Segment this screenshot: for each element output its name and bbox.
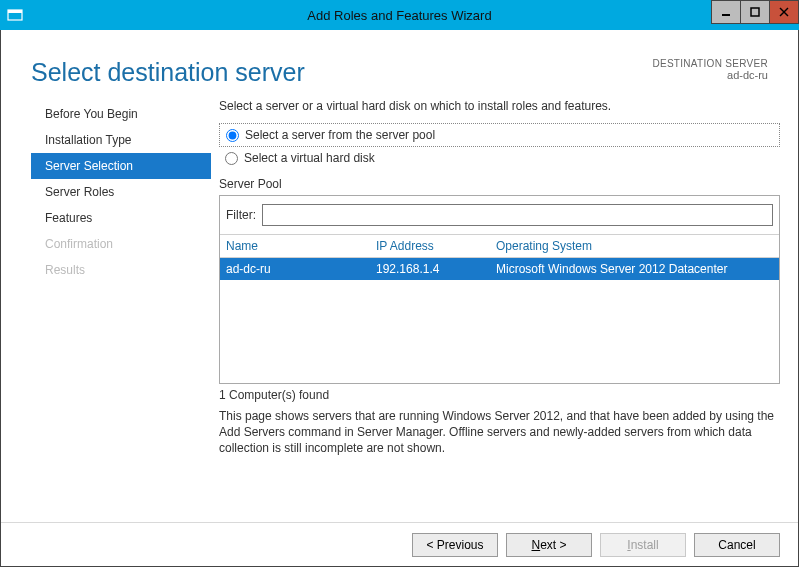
col-header-os[interactable]: Operating System	[496, 239, 773, 253]
page-title: Select destination server	[31, 58, 305, 87]
titlebar: Add Roles and Features Wizard	[0, 0, 799, 30]
svg-rect-1	[8, 10, 22, 13]
radio-vhd-label: Select a virtual hard disk	[244, 151, 375, 165]
nav-step-3[interactable]: Server Roles	[31, 179, 211, 205]
destination-label: DESTINATION SERVER	[652, 58, 768, 69]
nav-step-5: Confirmation	[31, 231, 211, 257]
intro-text: Select a server or a virtual hard disk o…	[219, 99, 780, 113]
window-title: Add Roles and Features Wizard	[307, 8, 491, 23]
nav-step-4[interactable]: Features	[31, 205, 211, 231]
server-table-body: ad-dc-ru192.168.1.4Microsoft Windows Ser…	[220, 258, 779, 383]
svg-rect-3	[751, 8, 759, 16]
selection-mode-group: Select a server from the server pool	[219, 123, 780, 147]
maximize-button[interactable]	[740, 0, 770, 24]
close-button[interactable]	[769, 0, 799, 24]
table-row[interactable]: ad-dc-ru192.168.1.4Microsoft Windows Ser…	[220, 258, 779, 280]
previous-button[interactable]: < Previous	[412, 533, 498, 557]
main-panel: Select a server or a virtual hard disk o…	[211, 97, 780, 457]
server-pool-label: Server Pool	[219, 177, 780, 191]
destination-info: DESTINATION SERVER ad-dc-ru	[652, 58, 768, 87]
install-button: Install	[600, 533, 686, 557]
hint-text: This page shows servers that are running…	[219, 408, 780, 457]
radio-server-pool-label: Select a server from the server pool	[245, 128, 435, 142]
filter-input[interactable]	[262, 204, 773, 226]
table-header: Name IP Address Operating System	[220, 234, 779, 258]
radio-vhd-input[interactable]	[225, 152, 238, 165]
nav-step-6: Results	[31, 257, 211, 283]
radio-server-pool[interactable]: Select a server from the server pool	[220, 126, 779, 144]
col-header-ip[interactable]: IP Address	[376, 239, 496, 253]
cancel-button[interactable]: Cancel	[694, 533, 780, 557]
nav-step-1[interactable]: Installation Type	[31, 127, 211, 153]
minimize-button[interactable]	[711, 0, 741, 24]
wizard-frame: Select destination server DESTINATION SE…	[0, 30, 799, 567]
radio-vhd[interactable]: Select a virtual hard disk	[219, 149, 780, 167]
computers-found-text: 1 Computer(s) found	[219, 388, 780, 402]
filter-label: Filter:	[226, 208, 256, 222]
wizard-steps-nav: Before You BeginInstallation TypeServer …	[31, 97, 211, 457]
col-header-name[interactable]: Name	[226, 239, 376, 253]
server-pool-box: Filter: Name IP Address Operating System…	[219, 195, 780, 384]
destination-value: ad-dc-ru	[652, 69, 768, 81]
nav-step-2[interactable]: Server Selection	[31, 153, 211, 179]
wizard-footer: < Previous Next > Install Cancel	[1, 522, 798, 557]
radio-server-pool-input[interactable]	[226, 129, 239, 142]
app-icon	[0, 0, 30, 30]
next-button[interactable]: Next >	[506, 533, 592, 557]
nav-step-0[interactable]: Before You Begin	[31, 101, 211, 127]
